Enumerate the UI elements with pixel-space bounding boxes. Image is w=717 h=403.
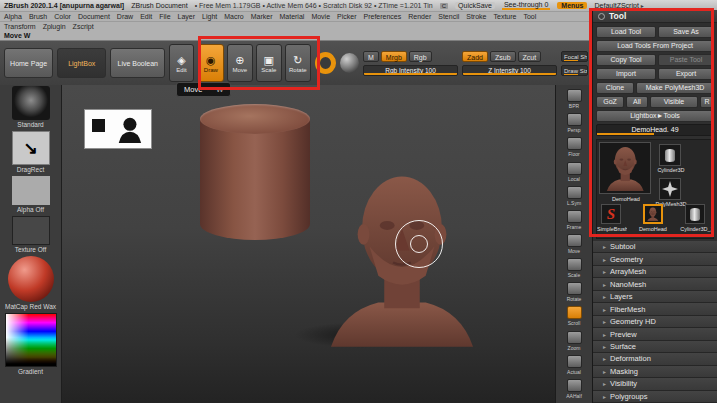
paint-mode-button[interactable]: M — [363, 51, 379, 62]
canvas-viewport[interactable] — [62, 85, 555, 403]
demohead-thumbnail-selected[interactable] — [643, 204, 663, 224]
cylinder3d-1-thumbnail[interactable] — [685, 204, 705, 224]
simplebrush-thumbnail[interactable]: S — [601, 204, 621, 224]
menu-item[interactable]: Zscript — [73, 23, 94, 30]
copy-tool-button[interactable]: Copy Tool — [596, 54, 656, 66]
right-shelf-button[interactable]: Persp — [556, 111, 592, 135]
z-intensity-slider[interactable]: Z Intensity 100 — [462, 65, 557, 76]
subpalette-header[interactable]: ▸ Deformation — [593, 353, 717, 365]
export-button[interactable]: Export — [658, 68, 714, 80]
goz-visible-button[interactable]: Visible — [650, 96, 698, 108]
tool-palette-header[interactable]: Tool — [593, 10, 717, 23]
cylinder3d-object[interactable] — [200, 105, 310, 240]
right-shelf-button[interactable]: Floor — [556, 135, 592, 159]
subpalette-header[interactable]: ▸ Masking — [593, 366, 717, 378]
menu-item[interactable]: File — [159, 13, 170, 20]
subpalette-header[interactable]: ▸ Geometry — [593, 253, 717, 265]
active-tool-thumbnail[interactable] — [599, 142, 651, 194]
menu-item[interactable]: Color — [54, 13, 71, 20]
menu-item[interactable]: Picker — [337, 13, 356, 20]
right-shelf-button[interactable]: Frame — [556, 208, 592, 232]
left-tray-item[interactable]: Texture Off — [12, 216, 50, 253]
menu-item[interactable]: Render — [408, 13, 431, 20]
right-shelf-button[interactable]: Move — [556, 232, 592, 256]
clone-button[interactable]: Clone — [596, 82, 634, 94]
goz-all-button[interactable]: All — [626, 96, 648, 108]
menu-item[interactable]: Movie — [311, 13, 330, 20]
menu-item[interactable]: Material — [279, 13, 304, 20]
menu-item[interactable]: Stroke — [466, 13, 486, 20]
scale-mode-button[interactable]: ▣ Scale — [256, 44, 282, 82]
subpalette-header[interactable]: ▸ FiberMesh — [593, 303, 717, 315]
subpalette-header[interactable]: ▸ Polygroups — [593, 391, 717, 403]
menu-item[interactable]: Stencil — [438, 13, 459, 20]
right-shelf-button[interactable]: Rotate — [556, 280, 592, 304]
cylinder3d-thumbnail[interactable] — [659, 144, 681, 166]
sculpt-mode-button[interactable]: Zcut — [518, 51, 542, 62]
make-polymesh3d-button[interactable]: Make PolyMesh3D — [636, 82, 714, 94]
subpalette-header[interactable]: ▸ Geometry HD — [593, 316, 717, 328]
right-shelf-button[interactable]: Actual — [556, 353, 592, 377]
draw-mode-button[interactable]: ◉ Draw — [198, 44, 224, 82]
import-button[interactable]: Import — [596, 68, 656, 80]
left-tray-item[interactable]: DragRect — [12, 131, 50, 173]
move-mode-button[interactable]: ⊕ Move — [227, 44, 253, 82]
r-button[interactable]: R — [700, 96, 714, 108]
subpalette-header[interactable]: ▸ Visibility — [593, 378, 717, 390]
lightbox-tools-button[interactable]: Lightbox►Tools — [596, 110, 714, 122]
menu-item[interactable]: Macro — [224, 13, 243, 20]
material-sphere-icon[interactable] — [340, 53, 359, 73]
load-tool-button[interactable]: Load Tool — [596, 26, 656, 38]
subpalette-header[interactable]: ▸ Preview — [593, 328, 717, 340]
right-shelf-button[interactable]: L.Sym — [556, 184, 592, 208]
menu-item[interactable]: Marker — [251, 13, 273, 20]
focal-shift-slider[interactable]: Focal Shift — [561, 51, 588, 62]
sculpt-mode-button[interactable]: Zadd — [462, 51, 488, 62]
goz-button[interactable]: GoZ — [596, 96, 624, 108]
left-tray-item[interactable]: Standard — [12, 86, 50, 128]
menu-item[interactable]: Brush — [29, 13, 47, 20]
rgb-intensity-slider[interactable]: Rgb Intensity 100 — [363, 65, 458, 76]
menu-item[interactable]: Document — [78, 13, 110, 20]
menu-item[interactable]: Zplugin — [43, 23, 66, 30]
right-shelf-button[interactable]: Scroll — [556, 304, 592, 328]
right-shelf-button[interactable]: BPR — [556, 87, 592, 111]
left-tray-item[interactable]: MatCap Red Wax — [5, 256, 56, 310]
menu-item[interactable]: Texture — [493, 13, 516, 20]
sculpt-mode-button[interactable]: Zsub — [490, 51, 516, 62]
left-tray-item[interactable]: Gradient — [5, 313, 57, 375]
menu-item[interactable]: Transform — [4, 23, 36, 30]
menu-item[interactable]: Edit — [140, 13, 152, 20]
document-preview-thumbnail[interactable] — [85, 110, 151, 148]
live-boolean-button[interactable]: Live Boolean — [110, 48, 165, 78]
draw-size-slider[interactable]: Draw Size — [561, 65, 588, 76]
paste-tool-button[interactable]: Paste Tool — [658, 54, 714, 66]
menu-item[interactable]: Light — [202, 13, 217, 20]
right-shelf-button[interactable]: AAHalf — [556, 377, 592, 401]
right-shelf-button[interactable]: Scale — [556, 256, 592, 280]
subpalette-header[interactable]: ▸ NanoMesh — [593, 278, 717, 290]
polymesh3d-thumbnail[interactable] — [659, 178, 681, 200]
left-tray-item[interactable]: Alpha Off — [12, 176, 50, 213]
default-zscript-button[interactable]: DefaultZScript ▸ — [594, 2, 643, 9]
menu-item[interactable]: Draw — [117, 13, 133, 20]
quicksave-button[interactable]: QuickSave — [455, 2, 495, 9]
right-shelf-button[interactable]: Zoom — [556, 329, 592, 353]
lightbox-button[interactable]: LightBox — [57, 48, 106, 78]
subpalette-header[interactable]: ▸ Layers — [593, 291, 717, 303]
paint-mode-button[interactable]: Rgb — [409, 51, 432, 62]
subpalette-header[interactable]: ▸ Surface — [593, 341, 717, 353]
menus-button[interactable]: Menus — [557, 2, 587, 9]
menu-item[interactable]: Alpha — [4, 13, 22, 20]
subpalette-header[interactable]: ▸ Subtool — [593, 241, 717, 253]
edit-mode-button[interactable]: ◈ Edit — [169, 44, 194, 82]
rotate-mode-button[interactable]: ↻ Rotate — [285, 44, 311, 82]
active-tool-slider[interactable]: DemoHead. 49 — [596, 124, 714, 136]
subpalette-header[interactable]: ▸ ArrayMesh — [593, 266, 717, 278]
home-page-button[interactable]: Home Page — [4, 48, 53, 78]
paint-mode-button[interactable]: Mrgb — [381, 51, 407, 62]
save-as-button[interactable]: Save As — [658, 26, 714, 38]
menu-item[interactable]: Layer — [178, 13, 196, 20]
menu-item[interactable]: Tool — [523, 13, 536, 20]
menu-item[interactable]: Preferences — [364, 13, 402, 20]
